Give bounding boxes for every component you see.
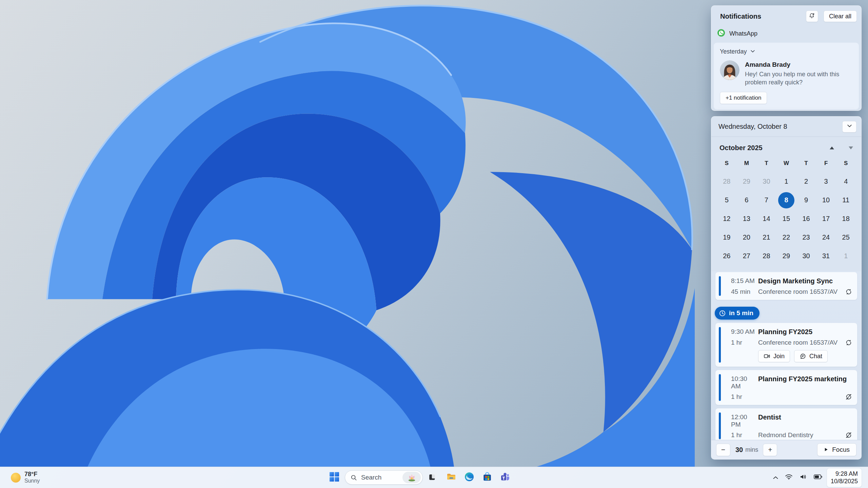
calendar-prev-month-button[interactable] — [826, 143, 837, 152]
calendar-dow-label: S — [717, 158, 737, 169]
event-card[interactable]: 9:30 AM Planning FY20251 hr Conference r… — [715, 323, 857, 367]
focus-increase-button[interactable]: + — [763, 444, 777, 456]
calendar-day[interactable]: 7 — [756, 191, 776, 209]
do-not-disturb-button[interactable] — [806, 11, 818, 22]
network-button[interactable] — [783, 470, 795, 485]
repeat-off-icon — [845, 431, 852, 439]
calendar-collapse-button[interactable] — [842, 121, 856, 133]
calendar-day[interactable]: 10 — [816, 191, 836, 209]
play-icon — [824, 446, 828, 453]
event-card[interactable]: 10:30 AM Planning FY2025 marketing1 hr — [715, 370, 857, 405]
calendar-dow-label: S — [836, 158, 856, 169]
clear-all-label: Clear all — [829, 13, 851, 20]
whatsapp-icon — [717, 29, 725, 38]
calendar-day[interactable]: 25 — [836, 228, 856, 247]
tray-time: 9:28 AM — [831, 470, 858, 478]
calendar-day[interactable]: 30 — [756, 172, 776, 191]
search-input[interactable] — [361, 474, 402, 481]
calendar-day[interactable]: 11 — [836, 191, 856, 209]
calendar-day[interactable]: 15 — [776, 209, 796, 228]
calendar-day[interactable]: 26 — [717, 247, 737, 265]
calendar-day[interactable]: 23 — [796, 228, 816, 247]
event-title: Design Marketing Sync — [758, 277, 852, 285]
task-view-button[interactable] — [426, 470, 441, 485]
calendar-day[interactable]: 30 — [796, 247, 816, 265]
search-icon — [351, 474, 357, 481]
volume-icon — [800, 474, 807, 481]
calendar-day[interactable]: 28 — [717, 172, 737, 191]
clear-all-button[interactable]: Clear all — [824, 11, 857, 22]
calendar-day[interactable]: 1 — [836, 247, 856, 265]
taskbar-search[interactable] — [345, 470, 423, 485]
calendar-day[interactable]: 20 — [737, 228, 757, 247]
focus-decrease-button[interactable]: − — [716, 444, 730, 456]
calendar-month-section: October 2025 SMTWTFS 2829301234567891011… — [711, 137, 861, 265]
calendar-day[interactable]: 12 — [717, 209, 737, 228]
calendar-day[interactable]: 2 — [796, 172, 816, 191]
reminder-badge[interactable]: in 5 min — [715, 307, 760, 320]
repeat-icon — [845, 288, 852, 296]
calendar-day[interactable]: 21 — [756, 228, 776, 247]
clock-date-button[interactable]: 9:28 AM 10/8/2025 — [827, 468, 862, 487]
action-label: Join — [773, 353, 785, 360]
hidden-icons-button[interactable] — [771, 470, 781, 485]
calendar-day[interactable]: 14 — [756, 209, 776, 228]
calendar-day[interactable]: 31 — [816, 247, 836, 265]
teams-button[interactable] — [498, 470, 513, 485]
notification-app-group[interactable]: WhatsApp — [711, 22, 861, 38]
calendar-day[interactable]: 29 — [776, 247, 796, 265]
event-location: Redmond Dentistry — [758, 431, 840, 439]
event-duration: 1 hr — [731, 339, 758, 346]
calendar-day[interactable]: 3 — [816, 172, 836, 191]
calendar-day[interactable]: 6 — [737, 191, 757, 209]
more-notifications-button[interactable]: +1 notification — [720, 92, 767, 104]
reminder-label: in 5 min — [729, 309, 753, 317]
chat-button[interactable]: Chat — [794, 350, 828, 362]
weather-widget[interactable]: 78°F Sunny — [7, 467, 43, 488]
join-button[interactable]: Join — [758, 350, 790, 362]
store-icon — [482, 472, 492, 483]
volume-button[interactable] — [797, 470, 809, 485]
notification-message: Hey! Can you help me out with this probl… — [745, 70, 850, 87]
chevron-down-icon — [750, 48, 755, 56]
task-view-icon — [429, 472, 438, 483]
battery-icon — [814, 474, 822, 481]
calendar-day[interactable]: 19 — [717, 228, 737, 247]
calendar-day[interactable]: 4 — [836, 172, 856, 191]
group-label: Yesterday — [720, 48, 747, 55]
notification-group-toggle[interactable]: Yesterday — [720, 48, 853, 56]
event-title: Dentist — [758, 413, 852, 428]
calendar-day[interactable]: 29 — [737, 172, 757, 191]
calendar-day[interactable]: 13 — [737, 209, 757, 228]
notification-item[interactable]: Amanda Brady Hey! Can you help me out wi… — [720, 60, 853, 87]
calendar-day[interactable]: 9 — [796, 191, 816, 209]
microsoft-store-button[interactable] — [480, 470, 495, 485]
calendar-day-selected[interactable]: 8 — [776, 191, 796, 209]
calendar-next-month-button[interactable] — [845, 143, 856, 152]
chevron-up-icon — [773, 474, 778, 481]
file-explorer-button[interactable] — [444, 470, 459, 485]
event-card[interactable]: 12:00 PM Dentist1 hr Redmond Dentistry — [715, 408, 857, 440]
event-duration: 1 hr — [731, 431, 758, 439]
calendar-day[interactable]: 5 — [717, 191, 737, 209]
event-card[interactable]: 8:15 AM Design Marketing Sync45 min Conf… — [715, 272, 857, 300]
calendar-day[interactable]: 16 — [796, 209, 816, 228]
calendar-day[interactable]: 24 — [816, 228, 836, 247]
teams-icon — [500, 472, 510, 483]
search-highlight-capsule[interactable] — [402, 472, 421, 483]
start-button[interactable] — [327, 470, 342, 485]
calendar-day[interactable]: 28 — [756, 247, 776, 265]
event-time: 12:00 PM — [731, 413, 758, 428]
calendar-day[interactable]: 1 — [776, 172, 796, 191]
weather-condition: Sunny — [24, 478, 40, 484]
notification-sender: Amanda Brady — [745, 61, 850, 68]
calendar-day[interactable]: 22 — [776, 228, 796, 247]
calendar-day[interactable]: 18 — [836, 209, 856, 228]
avatar — [720, 60, 739, 80]
focus-start-button[interactable]: Focus — [817, 443, 856, 456]
edge-button[interactable] — [462, 470, 477, 485]
windows-logo-icon — [330, 472, 339, 483]
calendar-day[interactable]: 17 — [816, 209, 836, 228]
battery-button[interactable] — [811, 470, 825, 485]
calendar-day[interactable]: 27 — [737, 247, 757, 265]
